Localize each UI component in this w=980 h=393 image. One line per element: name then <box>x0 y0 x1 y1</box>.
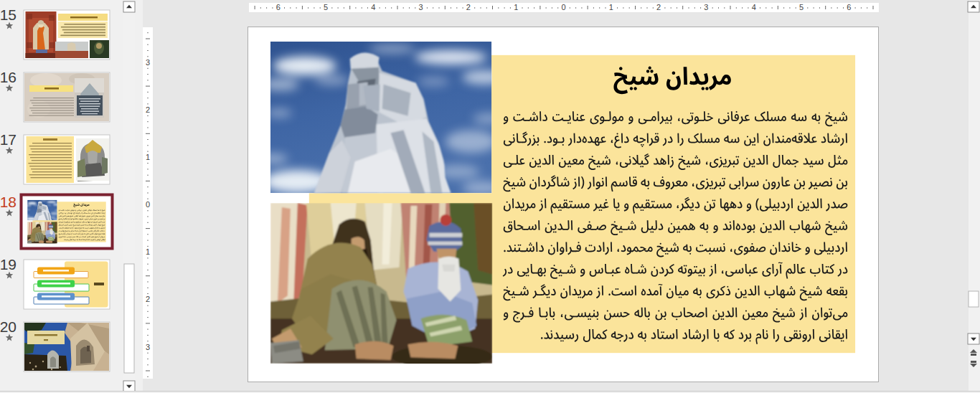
svg-text:1: 1 <box>514 3 518 11</box>
svg-text:3: 3 <box>146 58 150 67</box>
svg-text:5: 5 <box>324 3 328 11</box>
svg-text:1: 1 <box>146 153 150 161</box>
svg-text:0: 0 <box>146 200 150 209</box>
svg-text:3: 3 <box>704 3 708 11</box>
svg-text:3: 3 <box>419 3 423 11</box>
svg-text:15: 15 <box>0 6 17 23</box>
svg-text:3: 3 <box>146 343 150 351</box>
svg-text:2: 2 <box>656 3 661 11</box>
svg-text:2: 2 <box>146 295 150 303</box>
svg-text:16: 16 <box>0 69 17 85</box>
svg-text:18: 18 <box>0 194 17 210</box>
svg-text:19: 19 <box>0 256 17 273</box>
svg-text:6: 6 <box>276 3 281 11</box>
svg-text:1: 1 <box>146 247 150 256</box>
svg-text:5: 5 <box>799 3 804 11</box>
svg-text:1: 1 <box>609 3 613 11</box>
svg-text:6: 6 <box>847 3 851 11</box>
svg-text:4: 4 <box>371 3 375 11</box>
svg-text:20: 20 <box>0 318 17 335</box>
svg-text:4: 4 <box>752 3 756 11</box>
svg-text:2: 2 <box>146 105 150 114</box>
svg-text:17: 17 <box>0 131 17 148</box>
svg-text:2: 2 <box>466 3 471 11</box>
svg-text:0: 0 <box>561 3 565 11</box>
